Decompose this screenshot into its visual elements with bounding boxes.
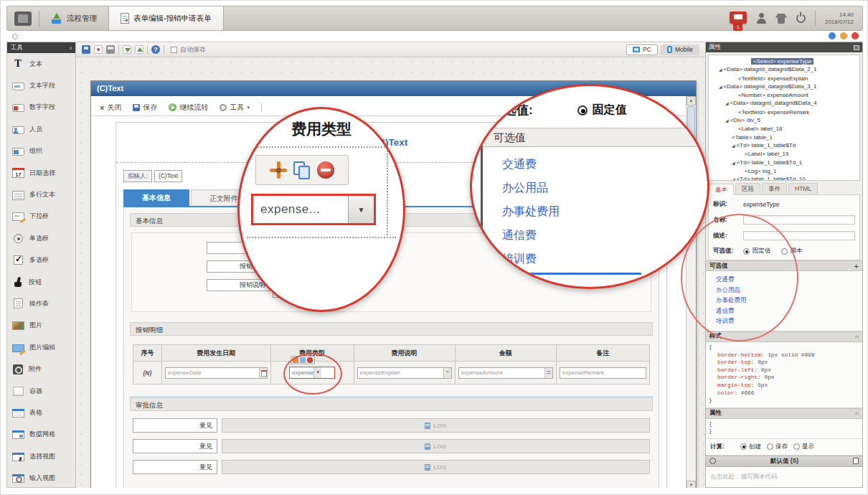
prop-tab-2[interactable]: 区段 — [735, 183, 760, 194]
copy-icon[interactable] — [293, 161, 311, 179]
power-icon[interactable] — [796, 14, 806, 23]
script-hint[interactable]: 点击此处，编写脚本代码 — [706, 467, 862, 488]
mobile-toggle-button[interactable]: Mobile — [661, 44, 699, 55]
tool-item[interactable]: 表格 — [7, 402, 75, 423]
collapse-icon[interactable]: ‹ — [70, 44, 72, 52]
tree-item[interactable]: <Label> label_19 — [710, 150, 858, 158]
tree-item[interactable]: <Select> expenseType — [710, 57, 858, 65]
scroll-down-icon[interactable] — [687, 481, 696, 488]
pc-toggle-button[interactable]: PC — [626, 44, 658, 55]
record-icon[interactable] — [94, 45, 103, 54]
expense-explain-input[interactable]: expenseExplain — [357, 367, 452, 379]
theme-icon[interactable] — [775, 14, 787, 24]
magnified-expense-select[interactable]: expense... — [251, 194, 376, 225]
print-icon[interactable] — [106, 45, 115, 54]
tool-item[interactable]: 下拉框 — [7, 206, 75, 227]
tree-item[interactable]: <Log> log_1 — [710, 167, 858, 175]
help-icon[interactable] — [151, 45, 160, 54]
expand-arrow-icon[interactable]: ◢ — [719, 85, 722, 89]
expand-arrow-icon[interactable]: ◢ — [719, 67, 722, 72]
close-button[interactable]: × 关闭 — [100, 103, 121, 113]
dropdown-arrow-icon[interactable] — [348, 196, 374, 223]
style-section-header[interactable]: 样式 ‹› — [706, 331, 862, 342]
section-detail-header[interactable]: 报销明细 — [130, 322, 653, 336]
refresh-icon[interactable] — [12, 34, 18, 39]
nav-tab-process[interactable]: 流程管理 — [39, 6, 108, 30]
tree-item[interactable]: <Table> table_1 — [710, 133, 858, 141]
option-item[interactable]: 培训费 — [716, 316, 862, 326]
tree-item[interactable]: <Textfield> expenseRemark — [710, 108, 858, 116]
copy-icon[interactable] — [300, 357, 306, 363]
dropdown-arrow-icon[interactable]: ▾ — [313, 367, 321, 378]
tool-item[interactable]: 数据网格 — [7, 424, 75, 446]
message-button[interactable]: 1 — [730, 11, 747, 31]
tool-item[interactable]: 图片编辑 — [7, 336, 75, 358]
tab-basic-info[interactable]: 基本信息 — [123, 189, 189, 206]
name-input[interactable] — [743, 215, 855, 225]
calendar-icon[interactable] — [259, 368, 267, 378]
add-option-icon[interactable]: + — [854, 262, 859, 270]
tool-item[interactable]: 多选框 — [7, 250, 75, 271]
nav-tab-form-editor[interactable]: 表单编辑-报销申请表单 — [108, 6, 224, 30]
tool-item[interactable]: 文本字段 — [7, 75, 75, 96]
tool-item[interactable]: 容器 — [7, 380, 75, 402]
panel-collapse-icon[interactable] — [854, 45, 859, 50]
tool-item[interactable]: 人员 — [7, 118, 75, 140]
tools-menu-button[interactable]: 工具 ▾ — [220, 103, 250, 113]
tool-item[interactable]: 按钮 — [7, 271, 75, 293]
tool-item[interactable]: 组织 — [7, 141, 75, 162]
move-icon[interactable] — [270, 161, 287, 179]
expand-arrow-icon[interactable]: ◢ — [725, 118, 729, 123]
option-item[interactable]: 办公用品 — [716, 285, 862, 296]
section-approval-header[interactable]: 审批信息 — [130, 397, 653, 411]
expense-type-select[interactable]: expense ▾ — [289, 367, 335, 379]
tool-item[interactable]: 数字字段 — [7, 97, 75, 118]
calc-option[interactable]: 创建 — [740, 443, 761, 451]
prop-tab-4[interactable]: HTML — [788, 183, 818, 194]
tool-item[interactable]: 操作条 — [7, 293, 75, 314]
expense-amount-input[interactable]: expenseAmount — [458, 367, 553, 379]
fixed-value-radio[interactable]: 固定值 — [577, 103, 627, 118]
scroll-up-icon[interactable] — [687, 96, 696, 105]
tree-item[interactable]: ◢<Data> datagrid_datagrid$Data_3_1 — [710, 82, 858, 91]
tool-item[interactable]: 图片 — [7, 315, 75, 336]
fixed-value-label[interactable]: 固定值 — [753, 247, 771, 255]
move-icon[interactable] — [293, 357, 298, 363]
expand-arrow-icon[interactable]: ◢ — [732, 161, 735, 165]
user-icon[interactable] — [756, 13, 766, 24]
options-section-header[interactable]: 可选值 + — [706, 260, 862, 271]
tool-item[interactable]: 选择视图 — [7, 446, 75, 467]
calc-option[interactable]: 保存 — [767, 443, 788, 451]
chevron-icon[interactable] — [443, 368, 451, 378]
radio-icon[interactable] — [743, 248, 750, 255]
export-icon[interactable] — [135, 45, 143, 54]
save-icon[interactable] — [82, 45, 90, 54]
tool-item[interactable]: 多行文本 — [7, 184, 75, 205]
drafter-value-box[interactable]: (C)Text — [154, 170, 182, 182]
log-bar[interactable]: LOG — [222, 418, 650, 433]
delete-icon[interactable] — [317, 161, 334, 179]
tree-item[interactable]: <Label> label_18 — [710, 125, 858, 133]
tree-item[interactable]: ◢<Td> table_1_table$Td — [710, 141, 858, 150]
script-label[interactable]: 脚本 — [791, 247, 803, 255]
calc-option[interactable]: 显示 — [793, 443, 814, 451]
app-logo-icon[interactable] — [14, 11, 32, 26]
expand-arrow-icon[interactable]: ◢ — [725, 101, 729, 105]
autosave-toggle[interactable]: 自动保存 — [171, 45, 206, 55]
tree-item[interactable]: ◢<Data> datagrid_datagrid$Data_2_1 — [710, 65, 858, 74]
delete-icon[interactable] — [307, 357, 313, 363]
log-bar[interactable]: LOG — [222, 439, 650, 453]
number-icon[interactable] — [544, 368, 552, 378]
expand-arrow-icon[interactable]: ◢ — [732, 143, 735, 148]
import-icon[interactable] — [123, 45, 131, 54]
option-item[interactable]: 通信费 — [716, 306, 862, 316]
attr-editor[interactable]: { } — [706, 419, 862, 439]
expense-remark-input[interactable]: expenseRemark — [560, 367, 646, 379]
tool-item[interactable]: 文本 — [7, 53, 75, 75]
option-item[interactable]: 交通费 — [716, 274, 862, 285]
continue-flow-button[interactable]: 继续流转 — [169, 103, 208, 113]
expense-date-input[interactable]: expenseDate — [165, 367, 268, 379]
log-bar[interactable]: LOG — [222, 460, 650, 474]
tool-item[interactable]: 输入视图 — [7, 467, 75, 488]
option-item[interactable]: 办事处费用 — [716, 295, 862, 306]
